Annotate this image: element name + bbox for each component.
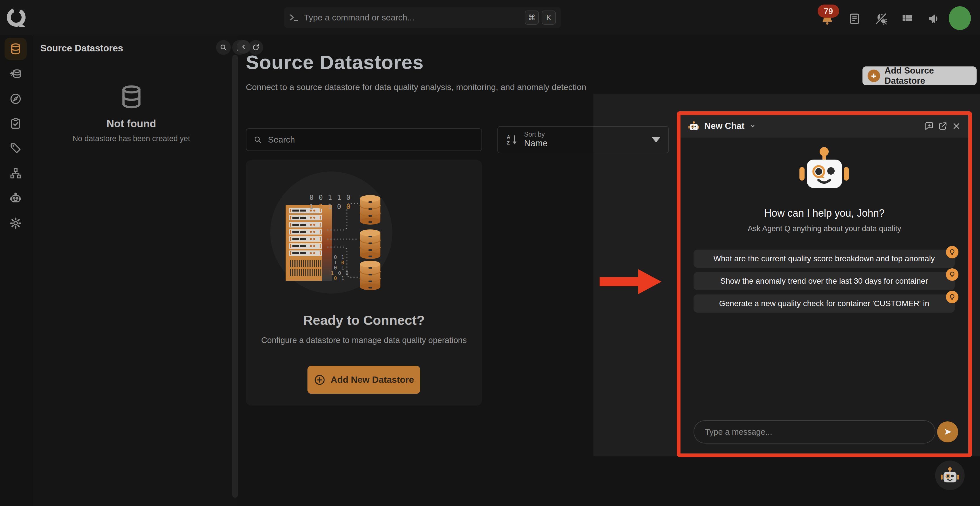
theme-toggle-icon <box>874 12 888 26</box>
cmd-keycap: ⌘ <box>525 11 539 25</box>
add-new-datastore-button[interactable]: Add New Datastore <box>307 366 420 394</box>
sidebar-item-agent-q[interactable] <box>5 187 27 209</box>
lightbulb-icon <box>946 246 958 258</box>
robot-icon <box>9 192 22 205</box>
new-chat-icon <box>924 121 934 131</box>
chat-message-input[interactable] <box>704 427 924 437</box>
k-keycap: K <box>542 11 556 25</box>
qualytics-q-icon <box>6 6 27 29</box>
chevron-down-icon[interactable] <box>748 122 757 130</box>
datastore-list-panel: Source Datastores <box>33 35 238 506</box>
panel-refresh-button[interactable] <box>248 40 263 55</box>
sidebar-item-hierarchy[interactable] <box>5 162 27 184</box>
command-palette[interactable]: ⌘ K <box>284 7 561 28</box>
apps-grid-button[interactable] <box>899 11 915 27</box>
news-icon <box>848 12 861 25</box>
search-icon <box>253 135 262 144</box>
database-empty-icon <box>118 83 145 110</box>
top-bar: ⌘ K 79 <box>0 0 980 35</box>
news-button[interactable] <box>846 11 862 27</box>
open-external-icon <box>938 121 948 131</box>
chat-header: New Chat <box>681 115 968 137</box>
search-icon <box>220 43 228 51</box>
announcement-icon <box>927 12 940 25</box>
circle-plus-icon <box>314 374 326 386</box>
empty-subtitle: No datastore has been created yet <box>33 134 230 143</box>
theme-toggle-button[interactable] <box>873 11 889 27</box>
sidebar-item-tags[interactable] <box>5 137 27 159</box>
suggestion-chip[interactable]: What are the current quality score break… <box>694 250 955 268</box>
sort-az-icon: A Z <box>506 134 519 146</box>
agent-q-fab[interactable] <box>935 461 965 490</box>
panel-search-button[interactable] <box>216 40 231 55</box>
close-chat-button[interactable] <box>950 119 963 133</box>
panel-title: Source Datastores <box>40 43 123 54</box>
robot-icon <box>939 465 961 485</box>
chat-message-box[interactable] <box>694 420 935 444</box>
empty-title: Not found <box>33 118 230 130</box>
sidebar-item-enrichment-datastores[interactable] <box>5 63 27 85</box>
send-button[interactable] <box>937 422 958 442</box>
add-new-datastore-label: Add New Datastore <box>331 374 414 385</box>
annotation-arrow <box>596 264 667 301</box>
sidebar-item-settings[interactable] <box>5 212 27 234</box>
apps-grid-icon <box>901 13 913 25</box>
sort-value: Name <box>524 138 547 148</box>
add-source-datastore-button[interactable]: + Add Source Datastore <box>862 67 977 85</box>
panel-collapse-button[interactable] <box>237 40 250 54</box>
app-logo[interactable] <box>6 6 27 29</box>
agent-q-robot-icon <box>687 119 700 133</box>
lightbulb-icon <box>946 268 958 281</box>
chat-greeting-subtitle: Ask Agent Q anything about your data qua… <box>681 224 968 233</box>
agent-q-chat-panel: New Chat <box>677 111 972 457</box>
add-source-datastore-label: Add Source Datastore <box>885 65 977 86</box>
svg-text:A: A <box>507 134 510 139</box>
compass-icon <box>9 92 22 105</box>
notifications-button[interactable]: 79 <box>819 11 835 27</box>
svg-text:Z: Z <box>507 140 509 145</box>
agent-q-robot-large <box>794 142 854 196</box>
plus-icon: + <box>867 70 880 82</box>
app-root: ⌘ K 79 <box>0 0 980 506</box>
datastore-search[interactable] <box>246 128 482 151</box>
suggestion-chip[interactable]: Show the anomaly trend over the last 30 … <box>694 272 955 290</box>
empty-state: Not found No datastore has been created … <box>33 83 230 143</box>
open-external-button[interactable] <box>936 119 950 133</box>
chat-title: New Chat <box>704 121 745 131</box>
card-title: Ready to Connect? <box>246 312 482 328</box>
sitemap-icon <box>10 167 22 180</box>
notification-count-badge: 79 <box>818 5 839 18</box>
lightbulb-icon <box>946 291 958 303</box>
refresh-icon <box>252 43 260 51</box>
ready-to-connect-card: 0011010100 01100110001 Ready to Connect?… <box>246 160 482 406</box>
search-input[interactable] <box>267 135 475 145</box>
chat-greeting: How can I help you, John? <box>681 207 968 219</box>
database-import-icon <box>9 67 22 80</box>
card-subtitle: Configure a datastore to manage data qua… <box>246 336 482 345</box>
command-input[interactable] <box>304 13 522 23</box>
announcement-button[interactable] <box>926 11 942 27</box>
suggestion-chip[interactable]: Generate a new quality check for contain… <box>694 294 955 313</box>
terminal-prompt-icon <box>289 13 299 22</box>
sort-label: Sort by <box>524 131 547 138</box>
database-icon <box>9 42 22 56</box>
icon-sidebar <box>0 35 33 506</box>
clipboard-check-icon <box>10 117 22 130</box>
send-icon <box>942 427 953 437</box>
new-chat-button[interactable] <box>923 119 936 133</box>
datastore-illustration: 0011010100 01100110001 <box>246 160 482 319</box>
gear-icon <box>9 216 22 230</box>
sidebar-item-checks[interactable] <box>5 113 27 135</box>
page-subtitle: Connect to a source datastore for data q… <box>246 82 586 92</box>
page-title: Source Datastores <box>246 51 424 73</box>
user-avatar[interactable] <box>949 6 971 30</box>
chevron-left-icon <box>240 43 247 51</box>
close-icon <box>951 121 961 131</box>
tag-icon <box>10 142 22 154</box>
sidebar-item-source-datastores[interactable] <box>5 38 27 60</box>
panel-scrollbar[interactable] <box>232 55 238 498</box>
svg-text:100: 100 <box>331 270 350 276</box>
sidebar-item-explore[interactable] <box>5 88 27 110</box>
